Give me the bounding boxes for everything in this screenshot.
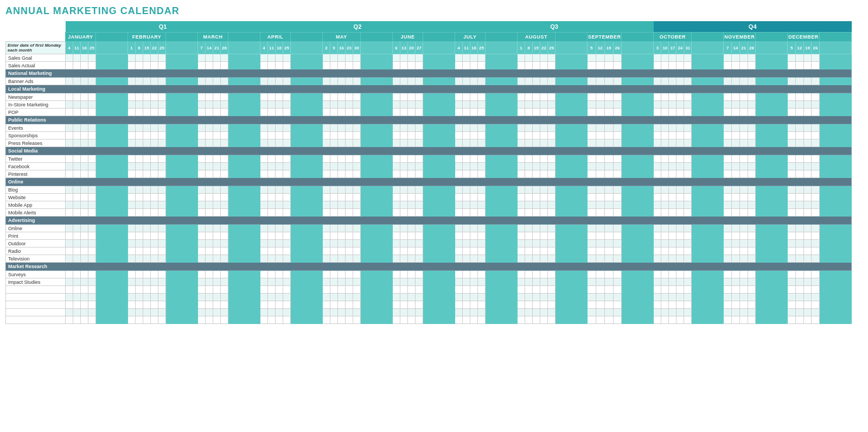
cell-17-7-4[interactable] <box>547 186 555 194</box>
cell-32-4-0[interactable] <box>322 301 330 309</box>
cell-9-1-3[interactable] <box>150 124 158 132</box>
cell-26-8-1[interactable] <box>596 255 604 263</box>
cell-23-0-1[interactable] <box>73 232 81 240</box>
cell-28-8-0[interactable] <box>587 271 596 278</box>
cell-23-10-3[interactable] <box>748 232 756 240</box>
cell-34-10-1[interactable] <box>732 316 740 324</box>
cell-28-6-3[interactable] <box>477 271 485 278</box>
cell-0-8-2[interactable] <box>604 54 613 62</box>
cell-10-0-1[interactable] <box>73 132 81 139</box>
cell-34-6-0[interactable] <box>455 316 462 324</box>
cell-20-3-0[interactable] <box>260 209 267 217</box>
cell-17-3-1[interactable] <box>267 186 275 194</box>
cell-33-6-1[interactable] <box>462 309 470 316</box>
cell-30-3-3[interactable] <box>283 286 290 294</box>
cell-33-7-1[interactable] <box>525 309 532 316</box>
cell-30-7-4[interactable] <box>547 286 555 294</box>
cell-14-1-3[interactable] <box>150 163 158 170</box>
cell-31-7-0[interactable] <box>517 294 525 301</box>
cell-33-7-3[interactable] <box>540 309 547 316</box>
cell-29-6-2[interactable] <box>470 278 477 286</box>
cell-5-11-1[interactable] <box>795 93 803 101</box>
cell-34-6-2[interactable] <box>470 316 477 324</box>
cell-20-5-0[interactable] <box>392 209 400 217</box>
cell-15-5-3[interactable] <box>415 170 423 178</box>
cell-0-11-0[interactable] <box>788 54 796 62</box>
cell-23-0-0[interactable] <box>66 232 73 240</box>
cell-23-1-2[interactable] <box>143 232 150 240</box>
cell-17-3-2[interactable] <box>275 186 283 194</box>
cell-5-1-4[interactable] <box>158 93 165 101</box>
cell-26-11-1[interactable] <box>795 255 803 263</box>
cell-3-11-2[interactable] <box>803 78 812 85</box>
cell-1-10-0[interactable] <box>724 62 732 69</box>
cell-19-1-4[interactable] <box>158 201 165 209</box>
cell-19-9-0[interactable] <box>654 201 661 209</box>
cell-24-1-2[interactable] <box>143 240 150 247</box>
cell-14-8-1[interactable] <box>596 163 604 170</box>
cell-34-7-0[interactable] <box>517 316 525 324</box>
cell-34-3-2[interactable] <box>275 316 283 324</box>
cell-9-3-0[interactable] <box>260 124 267 132</box>
cell-24-4-0[interactable] <box>322 240 330 247</box>
cell-20-7-0[interactable] <box>517 209 525 217</box>
cell-24-5-1[interactable] <box>400 240 407 247</box>
cell-7-5-0[interactable] <box>392 109 400 116</box>
cell-14-2-1[interactable] <box>205 163 213 170</box>
cell-10-11-3[interactable] <box>812 132 820 139</box>
cell-20-2-3[interactable] <box>220 209 228 217</box>
cell-7-3-3[interactable] <box>283 109 290 116</box>
cell-19-11-3[interactable] <box>812 201 820 209</box>
cell-34-3-0[interactable] <box>260 316 267 324</box>
cell-1-4-3[interactable] <box>345 62 353 69</box>
cell-15-6-0[interactable] <box>455 170 462 178</box>
cell-6-9-3[interactable] <box>676 101 684 109</box>
cell-17-1-0[interactable] <box>127 186 135 194</box>
cell-10-3-0[interactable] <box>260 132 267 139</box>
cell-22-5-1[interactable] <box>400 225 407 232</box>
cell-18-9-1[interactable] <box>661 194 669 201</box>
cell-24-9-4[interactable] <box>684 240 692 247</box>
cell-15-2-3[interactable] <box>220 170 228 178</box>
cell-0-9-0[interactable] <box>654 54 661 62</box>
cell-32-4-4[interactable] <box>353 301 360 309</box>
cell-20-11-2[interactable] <box>803 209 812 217</box>
cell-15-7-0[interactable] <box>517 170 525 178</box>
cell-14-3-2[interactable] <box>275 163 283 170</box>
cell-26-7-0[interactable] <box>517 255 525 263</box>
cell-20-6-2[interactable] <box>470 209 477 217</box>
cell-1-1-1[interactable] <box>135 62 143 69</box>
cell-25-11-0[interactable] <box>788 247 796 255</box>
cell-28-4-0[interactable] <box>322 271 330 278</box>
cell-34-5-0[interactable] <box>392 316 400 324</box>
cell-1-1-0[interactable] <box>127 62 135 69</box>
cell-23-9-1[interactable] <box>661 232 669 240</box>
cell-33-0-0[interactable] <box>66 309 73 316</box>
cell-33-3-2[interactable] <box>275 309 283 316</box>
cell-7-7-0[interactable] <box>517 109 525 116</box>
cell-26-7-1[interactable] <box>525 255 532 263</box>
cell-13-6-3[interactable] <box>477 155 485 163</box>
cell-23-7-0[interactable] <box>517 232 525 240</box>
cell-22-8-2[interactable] <box>604 225 613 232</box>
cell-18-5-1[interactable] <box>400 194 407 201</box>
cell-6-4-3[interactable] <box>345 101 353 109</box>
cell-17-9-1[interactable] <box>661 186 669 194</box>
cell-30-7-1[interactable] <box>525 286 532 294</box>
cell-29-7-2[interactable] <box>532 278 540 286</box>
cell-26-4-4[interactable] <box>353 255 360 263</box>
cell-5-4-1[interactable] <box>330 93 337 101</box>
cell-22-11-0[interactable] <box>788 225 796 232</box>
cell-5-0-2[interactable] <box>81 93 88 101</box>
cell-6-9-1[interactable] <box>661 101 669 109</box>
cell-5-3-1[interactable] <box>267 93 275 101</box>
cell-25-9-2[interactable] <box>669 247 676 255</box>
cell-23-1-0[interactable] <box>127 232 135 240</box>
cell-20-1-4[interactable] <box>158 209 165 217</box>
cell-32-3-3[interactable] <box>283 301 290 309</box>
cell-23-8-3[interactable] <box>613 232 622 240</box>
cell-29-5-1[interactable] <box>400 278 407 286</box>
cell-11-11-1[interactable] <box>795 139 803 147</box>
cell-18-3-3[interactable] <box>283 194 290 201</box>
cell-3-11-3[interactable] <box>812 78 820 85</box>
